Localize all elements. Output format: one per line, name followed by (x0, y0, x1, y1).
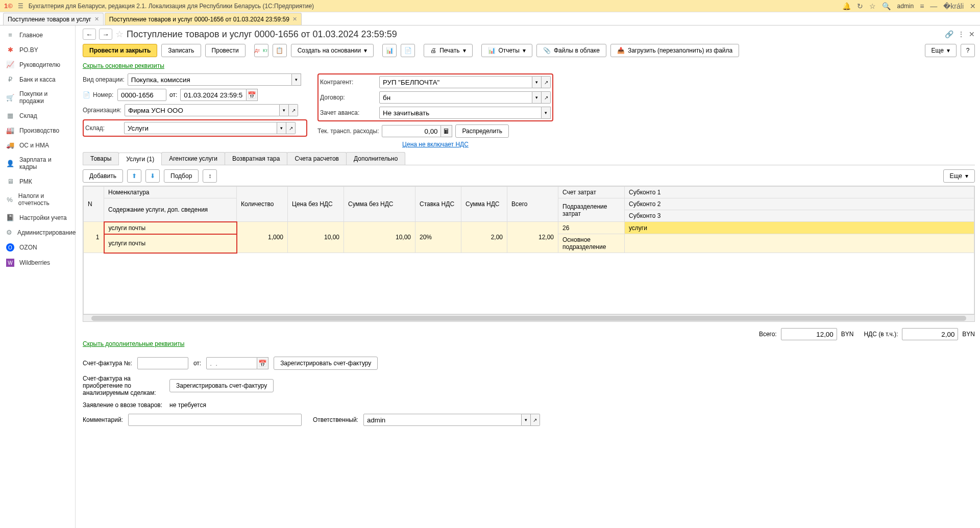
col-cost-dept[interactable]: Подразделение затрат (558, 198, 625, 222)
settings-icon[interactable]: ≡ (920, 2, 924, 10)
open-button[interactable]: ↗ (531, 414, 540, 426)
link-icon[interactable]: 🔗 (945, 30, 953, 38)
sidebar-item-assets[interactable]: 🚚ОС и НМА (0, 138, 75, 153)
cell-sub2[interactable] (625, 234, 974, 253)
dropdown-button[interactable]: ▾ (522, 414, 531, 426)
hide-main-link[interactable]: Скрыть основные реквизиты (83, 62, 164, 69)
price-vat-link[interactable]: Цена не включает НДС (402, 141, 469, 148)
col-cost-acc[interactable]: Счет затрат (558, 187, 625, 198)
horizontal-scrollbar[interactable] (83, 314, 974, 321)
tab-goods[interactable]: Товары (83, 152, 119, 165)
cell-qty[interactable]: 1,000 (237, 222, 288, 253)
add-row-button[interactable]: Добавить (83, 169, 123, 183)
sidebar-item-tax[interactable]: %Налоги и отчетность (0, 189, 75, 210)
invoice-date-input[interactable] (206, 357, 257, 369)
favorite-star-icon[interactable]: ☆ (115, 29, 124, 40)
nav-forward-button[interactable]: → (99, 29, 112, 40)
col-nomenclature[interactable]: Номенклатура (104, 187, 237, 198)
tab-agent[interactable]: Агентские услуги (161, 152, 225, 165)
distribute-button[interactable]: Распределить (455, 124, 509, 138)
help-button[interactable]: ? (961, 44, 975, 57)
open-button[interactable]: ↗ (289, 104, 298, 116)
responsible-input[interactable] (363, 414, 522, 426)
more-icon[interactable]: ⋮ (958, 30, 965, 38)
select-button[interactable]: Подбор (164, 169, 199, 183)
cell-cost-dept[interactable]: Основное подразделение (558, 234, 625, 253)
minimize-icon[interactable]: — (930, 2, 937, 10)
open-button[interactable]: ↗ (286, 122, 296, 134)
hide-extra-link[interactable]: Скрыть дополнительные реквизиты (83, 340, 184, 347)
history-icon[interactable]: ↻ (857, 2, 863, 10)
comment-input[interactable] (128, 414, 302, 426)
col-qty[interactable]: Количество (237, 187, 288, 222)
col-vat-sum[interactable]: Сумма НДС (461, 187, 507, 222)
cell-cost-acc[interactable]: 26 (558, 222, 625, 234)
cell-vat-sum[interactable]: 2,00 (461, 222, 507, 253)
sidebar-item-wb[interactable]: WWildberries (0, 255, 75, 270)
print-button[interactable]: 🖨 Печать ▾ (424, 44, 472, 57)
contractor-input[interactable] (379, 76, 532, 88)
dropdown-button[interactable]: ▾ (292, 73, 301, 86)
col-price[interactable]: Цена без НДС (288, 187, 344, 222)
sidebar-item-sales[interactable]: 🛒Покупки и продажи (0, 87, 75, 108)
op-type-input[interactable] (128, 73, 292, 86)
files-button[interactable]: 📎 Файлы в облаке (536, 44, 606, 57)
tab-close-icon[interactable]: ✕ (94, 16, 99, 22)
cell-total[interactable]: 12,00 (507, 222, 558, 253)
create-based-button[interactable]: Создать на основании ▾ (291, 44, 374, 57)
sidebar-item-main[interactable]: ≡Главное (0, 28, 75, 42)
tab-returnable[interactable]: Возвратная тара (225, 152, 288, 165)
sidebar-item-poby[interactable]: ✱PO.BY (0, 42, 75, 57)
dropdown-button[interactable]: ▾ (280, 104, 289, 116)
reports-button[interactable]: 📊 Отчеты ▾ (481, 44, 532, 57)
col-total[interactable]: Всего (507, 187, 558, 222)
excel-button[interactable]: 📊 (382, 44, 397, 57)
number-input[interactable] (117, 89, 166, 101)
dropdown-button[interactable]: ▾ (532, 91, 542, 104)
cell-content[interactable]: услуги почты (104, 234, 237, 253)
tab-additional[interactable]: Дополнительно (346, 152, 405, 165)
open-button[interactable]: ↗ (542, 91, 551, 104)
cell-price[interactable]: 10,00 (288, 222, 344, 253)
move-up-button[interactable]: ⬆ (127, 169, 141, 183)
dt-kt-button[interactable]: ДтКт (254, 44, 268, 57)
contract-input[interactable] (379, 91, 532, 104)
col-sub2[interactable]: Субконто 2 (625, 198, 974, 210)
org-input[interactable] (125, 104, 280, 116)
post-button[interactable]: Провести (205, 44, 246, 57)
tab-accounts[interactable]: Счета расчетов (287, 152, 347, 165)
register-invoice2-button[interactable]: Зарегистрировать счет-фактуру (169, 379, 274, 392)
cell-nomenclature[interactable]: услуги почты (104, 222, 237, 234)
col-sub3[interactable]: Субконто 3 (625, 210, 974, 222)
cell-n[interactable]: 1 (84, 222, 104, 253)
xml-button[interactable]: 📄 (401, 44, 415, 57)
star-icon[interactable]: ☆ (869, 2, 876, 10)
sidebar-item-settings[interactable]: 📓Настройки учета (0, 210, 75, 225)
warehouse-input[interactable] (124, 122, 277, 134)
sidebar-item-rmk[interactable]: 🖥РМК (0, 174, 75, 189)
col-sub1[interactable]: Субконто 1 (625, 187, 974, 198)
sidebar-item-admin[interactable]: ⚙Администрирование (0, 225, 75, 240)
search-icon[interactable]: 🔍 (882, 2, 891, 10)
dropdown-button[interactable]: ▾ (277, 122, 286, 134)
load-file-button[interactable]: 📥 Загрузить (перезаполнить) из файла (610, 44, 739, 57)
table-more-button[interactable]: Еще ▾ (943, 169, 975, 183)
sidebar-item-production[interactable]: 🏭Производство (0, 123, 75, 138)
register-invoice-button[interactable]: Зарегистрировать счет-фактуру (274, 357, 378, 370)
transport-input[interactable] (382, 125, 441, 137)
tab-item[interactable]: Поступление товаров и услуг ✕ (3, 13, 104, 25)
sidebar-item-hr[interactable]: 👤Зарплата и кадры (0, 153, 75, 174)
tab-close-icon[interactable]: ✕ (292, 16, 297, 22)
cell-sub1[interactable]: услуги (625, 222, 974, 234)
move-down-button[interactable]: ⬇ (145, 169, 160, 183)
sidebar-item-ozon[interactable]: OOZON (0, 240, 75, 255)
col-n[interactable]: N (84, 187, 104, 222)
maximize-icon[interactable]: �králi (943, 2, 964, 10)
change-button[interactable]: ↕ (203, 169, 217, 183)
structure-button[interactable]: 📋 (273, 44, 287, 57)
calendar-button[interactable]: 📅 (257, 357, 268, 369)
bell-icon[interactable]: 🔔 (842, 2, 851, 10)
tab-services[interactable]: Услуги (1) (118, 153, 162, 165)
more-button[interactable]: Еще ▾ (925, 44, 957, 57)
sidebar-item-bank[interactable]: ₽Банк и касса (0, 72, 75, 87)
